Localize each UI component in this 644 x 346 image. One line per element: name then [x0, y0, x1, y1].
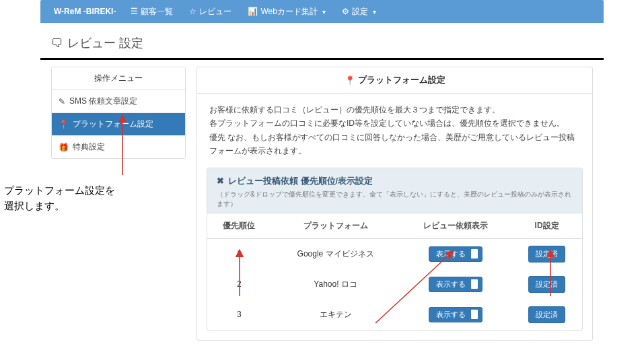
sidebar-item-label: 特典設定	[73, 141, 105, 153]
main-panel: 📍 プラットフォーム設定 お客様に依頼する口コミ（レビュー）の優先順位を最大３つ…	[196, 67, 593, 341]
annotation-text: プラットフォーム設定を 選択します。	[4, 183, 115, 213]
navbar: W-ReM -BIREKI- ☰ 顧客一覧 ☆ レビュー 📊 Webカード集計 …	[40, 0, 604, 23]
toggle-display[interactable]: 表示する	[429, 307, 482, 322]
toggle-display[interactable]: 表示する	[429, 246, 482, 262]
col-display: レビュー依頼表示	[400, 213, 511, 239]
id-status-button[interactable]: 設定済	[528, 306, 565, 323]
chart-icon: 📊	[248, 7, 258, 16]
pin-icon: 📍	[345, 75, 355, 85]
toggle-label: 表示する	[436, 310, 466, 320]
brand: W-ReM -BIREKI-	[47, 7, 122, 16]
pencil-icon: ✎	[59, 97, 65, 106]
sidebar-item-sms[interactable]: ✎ SMS 依頼文章設定	[52, 90, 185, 113]
cell-order: 2	[207, 269, 271, 300]
id-status-button[interactable]: 設定済	[528, 246, 565, 263]
table-header-row: 優先順位 プラットフォーム レビュー依頼表示 ID設定	[207, 213, 582, 239]
col-order: 優先順位	[207, 213, 271, 239]
nav-webcard[interactable]: 📊 Webカード集計	[240, 6, 333, 18]
page-header: 🗨 レビュー 設定	[40, 23, 604, 60]
priority-panel: ✖ レビュー投稿依頼 優先順位/表示設定 （ドラッグ&ドロップで優先順位を変更で…	[207, 168, 583, 331]
cell-order: 3	[207, 300, 271, 330]
desc-line: 優先 なお、もしお客様がすべての口コミに回答しなかった場合、美歴がご用意している…	[209, 131, 580, 158]
toggle-knob	[471, 310, 478, 319]
page: 🗨 レビュー 設定 操作メニュー ✎ SMS 依頼文章設定 📍 プラットフォーム…	[40, 23, 604, 346]
col-platform: プラットフォーム	[271, 213, 400, 239]
toggle-display[interactable]: 表示する	[429, 277, 482, 292]
priority-panel-title: レビュー投稿依頼 優先順位/表示設定	[228, 175, 373, 187]
toggle-label: 表示する	[436, 249, 466, 259]
priority-panel-note: （ドラッグ&ドロップで優先順位を変更できます。全て「表示しない」にすると、美歴の…	[217, 190, 573, 209]
gear-icon: ⚙	[342, 7, 349, 16]
main-title-text: プラットフォーム設定	[358, 74, 445, 86]
id-status-button[interactable]: 設定済	[528, 276, 565, 293]
sidebar: 操作メニュー ✎ SMS 依頼文章設定 📍 プラットフォーム設定 🎁 特典設定	[51, 67, 186, 159]
desc-line: 各プラットフォームの口コミに必要なID等を設定していない場合は、優先順位を選択で…	[209, 116, 580, 130]
table-row[interactable]: 3 エキテン 表示する 設定済	[207, 300, 582, 330]
list-icon: ☰	[131, 7, 138, 16]
priority-panel-header: ✖ レビュー投稿依頼 優先順位/表示設定 （ドラッグ&ドロップで優先順位を変更で…	[207, 168, 582, 213]
toggle-label: 表示する	[436, 279, 466, 289]
sidebar-item-platform[interactable]: 📍 プラットフォーム設定	[52, 113, 185, 136]
sidebar-item-label: プラットフォーム設定	[73, 118, 153, 130]
tools-icon: ✖	[217, 176, 224, 186]
pin-icon: 📍	[59, 120, 69, 129]
nav-review[interactable]: ☆ レビュー	[181, 6, 240, 18]
speech-icon: 🗨	[51, 36, 63, 50]
table-row[interactable]: 2 Yahoo! ロコ 表示する 設定済	[207, 269, 582, 300]
toggle-knob	[471, 279, 478, 289]
main-description: お客様に依頼する口コミ（レビュー）の優先順位を最大３つまで指定できます。 各プラ…	[197, 94, 592, 168]
sidebar-item-label: SMS 依頼文章設定	[69, 96, 137, 107]
table-row[interactable]: 1 Google マイビジネス 表示する 設定済	[207, 238, 582, 269]
nav-settings[interactable]: ⚙ 設定	[334, 6, 384, 18]
nav-label: レビュー	[199, 6, 231, 18]
nav-label: 設定	[352, 6, 368, 18]
nav-label: Webカード集計	[260, 6, 317, 18]
nav-label: 顧客一覧	[141, 6, 173, 18]
desc-line: お客様に依頼する口コミ（レビュー）の優先順位を最大３つまで指定できます。	[209, 103, 580, 116]
gift-icon: 🎁	[59, 143, 69, 152]
sidebar-item-benefit[interactable]: 🎁 特典設定	[52, 136, 185, 158]
cell-platform: エキテン	[271, 300, 400, 330]
cell-order: 1	[207, 238, 271, 269]
nav-customers[interactable]: ☰ 顧客一覧	[122, 6, 181, 18]
cell-platform: Yahoo! ロコ	[271, 269, 400, 300]
star-icon: ☆	[189, 7, 196, 16]
page-title: レビュー 設定	[67, 35, 143, 51]
col-id: ID設定	[511, 213, 582, 239]
priority-table: 優先順位 プラットフォーム レビュー依頼表示 ID設定 1 Google マイビ…	[207, 213, 582, 330]
sidebar-title: 操作メニュー	[52, 67, 185, 90]
cell-platform: Google マイビジネス	[271, 238, 400, 269]
toggle-knob	[471, 249, 478, 258]
main-title: 📍 プラットフォーム設定	[197, 67, 592, 94]
